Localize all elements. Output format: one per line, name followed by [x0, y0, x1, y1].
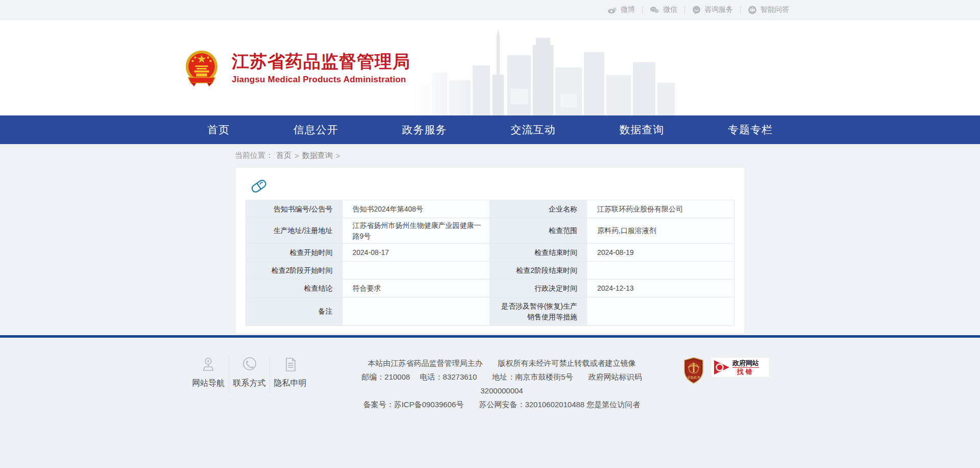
party-gov-shield-badge[interactable]: 党政机关 — [683, 357, 704, 384]
weibo-icon — [607, 6, 617, 14]
footer-line-icp: 备案号：苏ICP备09039606号 苏公网安备：32010602010488 … — [341, 397, 663, 411]
topbar-inner: 微博 微信 — [184, 0, 796, 19]
error-report-text: 政府网站 找错 — [732, 359, 759, 376]
error-report-logo-icon — [711, 358, 731, 377]
footer-links: 网站导航 联系方式 — [188, 355, 310, 394]
chat-service-link[interactable]: 咨询服务 — [685, 5, 740, 14]
inspection-record-table: 告知书编号/公告号 告知书2024年第408号 企业名称 江苏联环药业股份有限公… — [246, 200, 734, 326]
footer-line-contact: 邮编：210008 电话：83273610 地址：南京市鼓楼街5号 政府网站标识… — [341, 370, 663, 397]
table-row: 检查开始时间 2024-08-17 检查结束时间 2024-08-19 — [246, 244, 734, 262]
error-report-top-label: 政府网站 — [732, 359, 759, 368]
footer-link-privacy[interactable]: 隐私申明 — [270, 355, 310, 394]
field-value: 原料药,口服溶液剂 — [586, 218, 734, 244]
field-label: 备注 — [246, 297, 342, 326]
field-value: 2024-08-17 — [342, 244, 490, 262]
field-value: 2024-08-19 — [586, 244, 734, 262]
footer-text: 本站由江苏省药品监督管理局主办 版权所有未经许可禁止转载或者建立镜像 邮编：21… — [341, 355, 663, 411]
breadcrumb-home-link[interactable]: 首页 — [276, 151, 291, 160]
smart-qa-link[interactable]: 智能问答 — [741, 5, 796, 14]
topbar: 微博 微信 — [0, 0, 980, 20]
field-value: 符合要求 — [342, 279, 490, 297]
site-logo[interactable]: 江苏省药品监督管理局 Jiangsu Medical Products Admi… — [184, 50, 410, 86]
footer-link-sitemap[interactable]: 网站导航 — [188, 355, 229, 394]
main-nav: 首页 信息公开 政务服务 交流互动 数据查询 专题专栏 — [0, 115, 980, 144]
field-value — [586, 297, 734, 326]
field-value — [342, 297, 490, 326]
field-label: 检查范围 — [490, 218, 586, 244]
footer-badges: 党政机关 政府网站 找错 — [683, 357, 770, 384]
shield-badge-label: 党政机关 — [687, 376, 701, 380]
field-label: 生产地址/注册地址 — [246, 218, 342, 244]
city-skyline-watermark — [412, 28, 683, 115]
nav-item-interaction[interactable]: 交流互动 — [507, 123, 558, 137]
nav-item-special-topics[interactable]: 专题专栏 — [725, 123, 776, 137]
breadcrumb-separator: > — [336, 151, 340, 160]
document-icon — [282, 356, 299, 373]
field-label: 行政决定时间 — [490, 279, 586, 297]
breadcrumb-separator: > — [295, 151, 299, 160]
field-value — [342, 262, 490, 279]
site-title-block: 江苏省药品监督管理局 Jiangsu Medical Products Admi… — [232, 51, 410, 85]
breadcrumb-prefix: 当前位置： — [235, 151, 273, 160]
smart-qa-icon — [748, 6, 757, 14]
national-emblem-icon — [184, 50, 219, 86]
breadcrumb: 当前位置： 首页 > 数据查询 > — [235, 144, 745, 167]
wechat-link[interactable]: 微信 — [643, 5, 684, 14]
wechat-icon — [650, 6, 659, 14]
field-label: 检查结论 — [246, 279, 342, 297]
weibo-label: 微博 — [621, 5, 635, 14]
breadcrumb-section-link[interactable]: 数据查询 — [302, 151, 333, 160]
field-value: 江苏联环药业股份有限公司 — [586, 200, 734, 218]
nav-item-data-query[interactable]: 数据查询 — [616, 123, 667, 137]
field-label: 检查开始时间 — [246, 244, 342, 262]
site-subtitle: Jiangsu Medical Products Administration — [232, 75, 410, 85]
footer-line-host: 本站由江苏省药品监督管理局主办 版权所有未经许可禁止转载或者建立镜像 — [341, 356, 663, 370]
field-label: 检查2阶段结束时间 — [490, 262, 586, 279]
footer-link-contact[interactable]: 联系方式 — [229, 355, 270, 394]
footer-link-label: 隐私申明 — [274, 378, 307, 389]
record-panel: 告知书编号/公告号 告知书2024年第408号 企业名称 江苏联环药业股份有限公… — [235, 167, 745, 334]
field-label: 是否涉及暂停(恢复)生产销售使用等措施 — [490, 297, 586, 326]
field-label: 企业名称 — [490, 200, 586, 218]
table-row: 检查结论 符合要求 行政决定时间 2024-12-13 — [246, 279, 734, 297]
site-title: 江苏省药品监督管理局 — [232, 51, 410, 72]
main-content: 当前位置： 首页 > 数据查询 > 告知 — [0, 144, 980, 335]
phone-icon — [241, 356, 258, 373]
chat-service-label: 咨询服务 — [704, 5, 733, 14]
page: 微博 微信 — [0, 0, 980, 468]
field-value — [586, 262, 734, 279]
field-value: 2024-12-13 — [586, 279, 734, 297]
nav-item-info-disclosure[interactable]: 信息公开 — [290, 123, 341, 137]
site-header: 江苏省药品监督管理局 Jiangsu Medical Products Admi… — [0, 20, 980, 115]
table-row: 检查2阶段开始时间 检查2阶段结束时间 — [246, 262, 734, 279]
map-pin-icon — [200, 356, 216, 373]
error-report-bottom-label: 找错 — [737, 368, 754, 376]
weibo-link[interactable]: 微博 — [600, 5, 642, 14]
table-row: 告知书编号/公告号 告知书2024年第408号 企业名称 江苏联环药业股份有限公… — [246, 200, 734, 218]
field-label: 告知书编号/公告号 — [246, 200, 342, 218]
site-footer: 网站导航 联系方式 — [0, 338, 980, 468]
field-value: 告知书2024年第408号 — [342, 200, 490, 218]
footer-link-label: 联系方式 — [233, 378, 266, 389]
gov-site-error-report-badge[interactable]: 政府网站 找错 — [710, 357, 770, 378]
nav-item-home[interactable]: 首页 — [204, 123, 233, 137]
chat-service-icon — [692, 6, 701, 14]
smart-qa-label: 智能问答 — [761, 5, 789, 14]
wechat-label: 微信 — [663, 5, 677, 14]
capsule-icon — [248, 176, 270, 196]
field-label: 检查结束时间 — [490, 244, 586, 262]
nav-item-gov-services[interactable]: 政务服务 — [399, 123, 450, 137]
footer-link-label: 网站导航 — [192, 378, 225, 389]
table-row: 备注 是否涉及暂停(恢复)生产销售使用等措施 — [246, 297, 734, 326]
field-label: 检查2阶段开始时间 — [246, 262, 342, 279]
field-value: 江苏省扬州市扬州生物健康产业园健康一路9号 — [342, 218, 490, 244]
table-row: 生产地址/注册地址 江苏省扬州市扬州生物健康产业园健康一路9号 检查范围 原料药… — [246, 218, 734, 244]
